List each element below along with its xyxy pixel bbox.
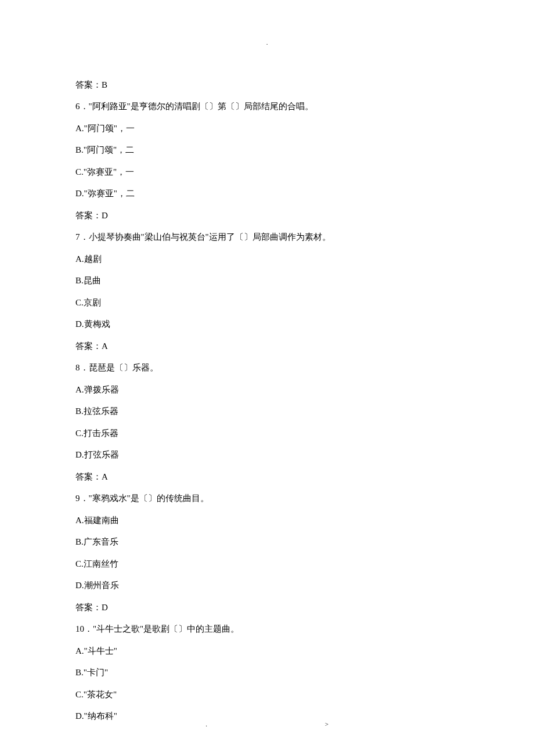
- answer-line: 答案：D: [75, 597, 459, 619]
- page-footer: . >: [0, 721, 534, 728]
- option-a: A.越剧: [75, 249, 459, 271]
- question-stem: 8．琵琶是〔〕乐器。: [75, 357, 459, 379]
- question-stem: 6．"阿利路亚"是亨德尔的清唱剧〔〕第〔〕局部结尾的合唱。: [75, 96, 459, 118]
- text-line: 答案：B: [75, 74, 459, 96]
- option-c: C.江南丝竹: [75, 553, 459, 575]
- option-a: A.福建南曲: [75, 510, 459, 532]
- option-c: C."茶花女": [75, 684, 459, 706]
- option-b: B.广东音乐: [75, 531, 459, 553]
- footer-right-marker: >: [325, 721, 329, 728]
- header-marker: .: [75, 35, 459, 51]
- option-a: A.弹拨乐器: [75, 379, 459, 401]
- option-d: D."弥赛亚"，二: [75, 183, 459, 205]
- footer-left-marker: .: [205, 721, 207, 728]
- answer-line: 答案：A: [75, 336, 459, 358]
- option-d: D.打弦乐器: [75, 444, 459, 466]
- option-c: C."弥赛亚"，一: [75, 161, 459, 183]
- option-b: B."阿门颂"，二: [75, 139, 459, 161]
- document-page: . 答案：B 6．"阿利路亚"是亨德尔的清唱剧〔〕第〔〕局部结尾的合唱。 A."…: [0, 0, 534, 756]
- question-stem: 10．"斗牛士之歌"是歌剧〔〕中的主题曲。: [75, 618, 459, 640]
- question-stem: 9．"寒鸦戏水"是〔〕的传统曲目。: [75, 488, 459, 510]
- question-stem: 7．小提琴协奏曲"梁山伯与祝英台"运用了〔〕局部曲调作为素材。: [75, 226, 459, 249]
- answer-line: 答案：A: [75, 466, 459, 488]
- option-a: A."斗牛士": [75, 640, 459, 663]
- option-c: C.京剧: [75, 292, 459, 314]
- answer-line: 答案：D: [75, 205, 459, 227]
- option-b: B.拉弦乐器: [75, 401, 459, 423]
- option-b: B."卡门": [75, 662, 459, 684]
- option-d: D.潮州音乐: [75, 575, 459, 597]
- option-c: C.打击乐器: [75, 423, 459, 445]
- option-d: D.黄梅戏: [75, 314, 459, 336]
- document-content: 答案：B 6．"阿利路亚"是亨德尔的清唱剧〔〕第〔〕局部结尾的合唱。 A."阿门…: [75, 74, 459, 728]
- option-b: B.昆曲: [75, 270, 459, 292]
- option-a: A."阿门颂"，一: [75, 118, 459, 140]
